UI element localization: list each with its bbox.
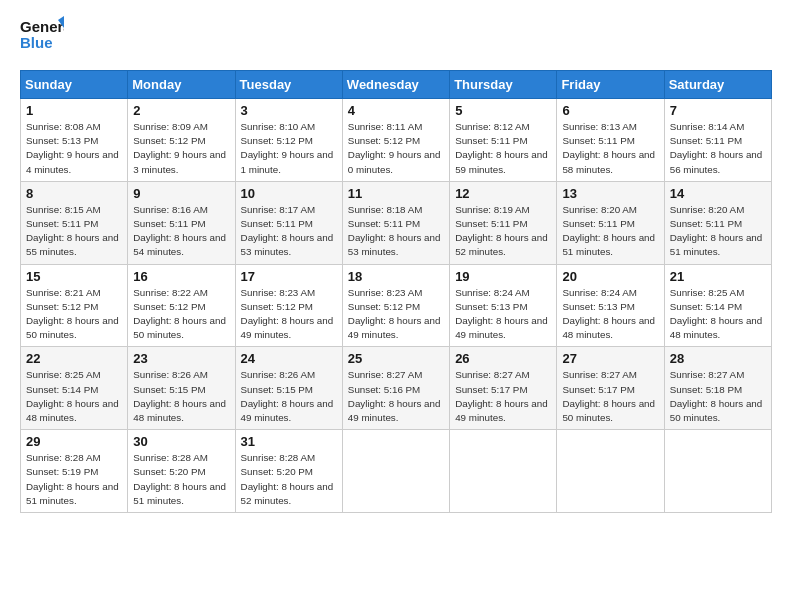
calendar-cell: 8 Sunrise: 8:15 AM Sunset: 5:11 PM Dayli… bbox=[21, 181, 128, 264]
calendar-header-row: SundayMondayTuesdayWednesdayThursdayFrid… bbox=[21, 71, 772, 99]
daylight-label: Daylight: 8 hours and 48 minutes. bbox=[26, 398, 119, 423]
daylight-label: Daylight: 8 hours and 58 minutes. bbox=[562, 149, 655, 174]
sunrise-label: Sunrise: 8:11 AM bbox=[348, 121, 423, 132]
sunset-label: Sunset: 5:12 PM bbox=[133, 135, 205, 146]
sunrise-label: Sunrise: 8:28 AM bbox=[241, 452, 316, 463]
sunset-label: Sunset: 5:13 PM bbox=[455, 301, 527, 312]
day-number: 22 bbox=[26, 351, 122, 366]
daylight-label: Daylight: 8 hours and 55 minutes. bbox=[26, 232, 119, 257]
sunset-label: Sunset: 5:11 PM bbox=[26, 218, 98, 229]
day-number: 21 bbox=[670, 269, 766, 284]
calendar-cell: 19 Sunrise: 8:24 AM Sunset: 5:13 PM Dayl… bbox=[450, 264, 557, 347]
sunset-label: Sunset: 5:11 PM bbox=[455, 218, 527, 229]
day-number: 14 bbox=[670, 186, 766, 201]
daylight-label: Daylight: 8 hours and 49 minutes. bbox=[455, 398, 548, 423]
sunrise-label: Sunrise: 8:12 AM bbox=[455, 121, 530, 132]
daylight-label: Daylight: 8 hours and 49 minutes. bbox=[348, 315, 441, 340]
day-number: 24 bbox=[241, 351, 337, 366]
sunrise-label: Sunrise: 8:08 AM bbox=[26, 121, 101, 132]
calendar-cell: 23 Sunrise: 8:26 AM Sunset: 5:15 PM Dayl… bbox=[128, 347, 235, 430]
week-row-1: 1 Sunrise: 8:08 AM Sunset: 5:13 PM Dayli… bbox=[21, 99, 772, 182]
day-info: Sunrise: 8:20 AM Sunset: 5:11 PM Dayligh… bbox=[670, 203, 766, 260]
day-info: Sunrise: 8:27 AM Sunset: 5:16 PM Dayligh… bbox=[348, 368, 444, 425]
sunrise-label: Sunrise: 8:20 AM bbox=[670, 204, 745, 215]
day-info: Sunrise: 8:28 AM Sunset: 5:20 PM Dayligh… bbox=[241, 451, 337, 508]
day-info: Sunrise: 8:24 AM Sunset: 5:13 PM Dayligh… bbox=[562, 286, 658, 343]
sunrise-label: Sunrise: 8:27 AM bbox=[455, 369, 530, 380]
day-info: Sunrise: 8:20 AM Sunset: 5:11 PM Dayligh… bbox=[562, 203, 658, 260]
day-info: Sunrise: 8:25 AM Sunset: 5:14 PM Dayligh… bbox=[670, 286, 766, 343]
sunrise-label: Sunrise: 8:28 AM bbox=[26, 452, 101, 463]
daylight-label: Daylight: 8 hours and 48 minutes. bbox=[133, 398, 226, 423]
sunset-label: Sunset: 5:12 PM bbox=[241, 135, 313, 146]
day-info: Sunrise: 8:08 AM Sunset: 5:13 PM Dayligh… bbox=[26, 120, 122, 177]
sunrise-label: Sunrise: 8:25 AM bbox=[670, 287, 745, 298]
daylight-label: Daylight: 9 hours and 0 minutes. bbox=[348, 149, 441, 174]
sunrise-label: Sunrise: 8:09 AM bbox=[133, 121, 208, 132]
sunrise-label: Sunrise: 8:22 AM bbox=[133, 287, 208, 298]
calendar-cell: 21 Sunrise: 8:25 AM Sunset: 5:14 PM Dayl… bbox=[664, 264, 771, 347]
daylight-label: Daylight: 8 hours and 51 minutes. bbox=[26, 481, 119, 506]
calendar-cell: 26 Sunrise: 8:27 AM Sunset: 5:17 PM Dayl… bbox=[450, 347, 557, 430]
generalblue-logo-icon: General Blue bbox=[20, 16, 64, 60]
week-row-3: 15 Sunrise: 8:21 AM Sunset: 5:12 PM Dayl… bbox=[21, 264, 772, 347]
svg-text:Blue: Blue bbox=[20, 34, 53, 51]
sunrise-label: Sunrise: 8:17 AM bbox=[241, 204, 316, 215]
daylight-label: Daylight: 8 hours and 51 minutes. bbox=[562, 232, 655, 257]
calendar-cell: 6 Sunrise: 8:13 AM Sunset: 5:11 PM Dayli… bbox=[557, 99, 664, 182]
sunrise-label: Sunrise: 8:23 AM bbox=[241, 287, 316, 298]
daylight-label: Daylight: 8 hours and 52 minutes. bbox=[241, 481, 334, 506]
day-number: 27 bbox=[562, 351, 658, 366]
sunrise-label: Sunrise: 8:24 AM bbox=[455, 287, 530, 298]
day-info: Sunrise: 8:12 AM Sunset: 5:11 PM Dayligh… bbox=[455, 120, 551, 177]
sunset-label: Sunset: 5:16 PM bbox=[348, 384, 420, 395]
sunset-label: Sunset: 5:20 PM bbox=[241, 466, 313, 477]
sunset-label: Sunset: 5:11 PM bbox=[241, 218, 313, 229]
daylight-label: Daylight: 8 hours and 49 minutes. bbox=[241, 315, 334, 340]
day-number: 2 bbox=[133, 103, 229, 118]
day-header-monday: Monday bbox=[128, 71, 235, 99]
calendar-cell: 30 Sunrise: 8:28 AM Sunset: 5:20 PM Dayl… bbox=[128, 430, 235, 513]
calendar-cell: 18 Sunrise: 8:23 AM Sunset: 5:12 PM Dayl… bbox=[342, 264, 449, 347]
sunrise-label: Sunrise: 8:20 AM bbox=[562, 204, 637, 215]
day-number: 17 bbox=[241, 269, 337, 284]
daylight-label: Daylight: 9 hours and 3 minutes. bbox=[133, 149, 226, 174]
day-header-thursday: Thursday bbox=[450, 71, 557, 99]
calendar-cell: 17 Sunrise: 8:23 AM Sunset: 5:12 PM Dayl… bbox=[235, 264, 342, 347]
day-info: Sunrise: 8:23 AM Sunset: 5:12 PM Dayligh… bbox=[241, 286, 337, 343]
day-info: Sunrise: 8:14 AM Sunset: 5:11 PM Dayligh… bbox=[670, 120, 766, 177]
calendar-cell: 2 Sunrise: 8:09 AM Sunset: 5:12 PM Dayli… bbox=[128, 99, 235, 182]
calendar-cell: 24 Sunrise: 8:26 AM Sunset: 5:15 PM Dayl… bbox=[235, 347, 342, 430]
daylight-label: Daylight: 8 hours and 52 minutes. bbox=[455, 232, 548, 257]
day-number: 13 bbox=[562, 186, 658, 201]
sunrise-label: Sunrise: 8:14 AM bbox=[670, 121, 745, 132]
sunrise-label: Sunrise: 8:24 AM bbox=[562, 287, 637, 298]
calendar-cell: 22 Sunrise: 8:25 AM Sunset: 5:14 PM Dayl… bbox=[21, 347, 128, 430]
header: General Blue bbox=[20, 16, 772, 60]
sunrise-label: Sunrise: 8:13 AM bbox=[562, 121, 637, 132]
calendar-cell: 25 Sunrise: 8:27 AM Sunset: 5:16 PM Dayl… bbox=[342, 347, 449, 430]
day-header-tuesday: Tuesday bbox=[235, 71, 342, 99]
daylight-label: Daylight: 8 hours and 48 minutes. bbox=[670, 315, 763, 340]
sunrise-label: Sunrise: 8:28 AM bbox=[133, 452, 208, 463]
sunset-label: Sunset: 5:12 PM bbox=[348, 135, 420, 146]
calendar-cell bbox=[557, 430, 664, 513]
sunset-label: Sunset: 5:20 PM bbox=[133, 466, 205, 477]
calendar-cell: 7 Sunrise: 8:14 AM Sunset: 5:11 PM Dayli… bbox=[664, 99, 771, 182]
sunrise-label: Sunrise: 8:15 AM bbox=[26, 204, 101, 215]
daylight-label: Daylight: 8 hours and 50 minutes. bbox=[562, 398, 655, 423]
calendar-cell: 31 Sunrise: 8:28 AM Sunset: 5:20 PM Dayl… bbox=[235, 430, 342, 513]
day-number: 29 bbox=[26, 434, 122, 449]
calendar-cell: 11 Sunrise: 8:18 AM Sunset: 5:11 PM Dayl… bbox=[342, 181, 449, 264]
daylight-label: Daylight: 8 hours and 53 minutes. bbox=[241, 232, 334, 257]
calendar-cell: 9 Sunrise: 8:16 AM Sunset: 5:11 PM Dayli… bbox=[128, 181, 235, 264]
day-header-saturday: Saturday bbox=[664, 71, 771, 99]
calendar-cell: 4 Sunrise: 8:11 AM Sunset: 5:12 PM Dayli… bbox=[342, 99, 449, 182]
sunrise-label: Sunrise: 8:18 AM bbox=[348, 204, 423, 215]
daylight-label: Daylight: 9 hours and 4 minutes. bbox=[26, 149, 119, 174]
sunset-label: Sunset: 5:11 PM bbox=[562, 218, 634, 229]
day-number: 28 bbox=[670, 351, 766, 366]
daylight-label: Daylight: 8 hours and 49 minutes. bbox=[241, 398, 334, 423]
day-info: Sunrise: 8:24 AM Sunset: 5:13 PM Dayligh… bbox=[455, 286, 551, 343]
page: General Blue SundayMondayTuesdayWednesda… bbox=[0, 0, 792, 533]
